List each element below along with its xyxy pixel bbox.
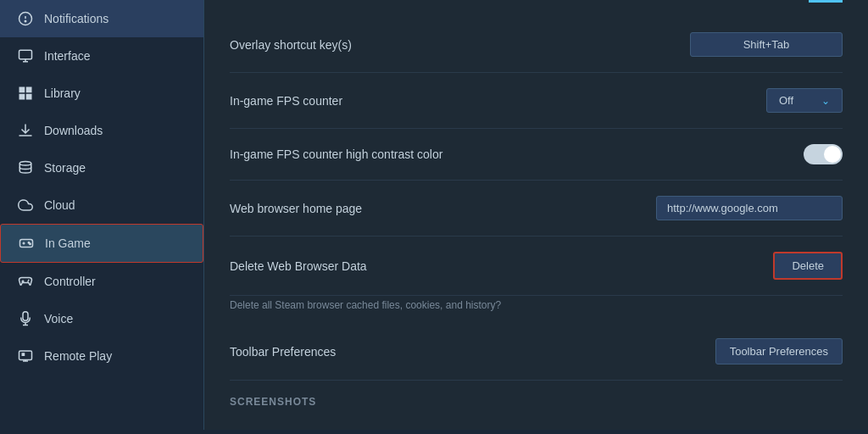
- storage-icon: [17, 159, 34, 176]
- svg-point-11: [19, 162, 31, 166]
- sidebar-label-interface: Interface: [44, 49, 90, 63]
- overlay-shortcut-control: Shift+Tab: [690, 32, 843, 57]
- fps-counter-row: In-game FPS counter Off ⌄: [230, 73, 843, 129]
- svg-rect-7: [26, 87, 32, 93]
- delete-browser-label: Delete Web Browser Data: [230, 259, 367, 273]
- sidebar-label-library: Library: [44, 86, 81, 100]
- interface-icon: [17, 47, 34, 64]
- notifications-icon: [17, 10, 34, 27]
- delete-browser-row: Delete Web Browser Data Delete: [230, 236, 843, 296]
- svg-rect-19: [19, 351, 32, 360]
- fps-contrast-control: [804, 144, 843, 164]
- sidebar-item-controller[interactable]: Controller: [0, 263, 203, 300]
- web-browser-control: [656, 196, 843, 220]
- fps-contrast-row: In-game FPS counter high contrast color: [230, 129, 843, 181]
- remote-play-icon: [17, 348, 34, 364]
- top-accent-bar: [809, 0, 843, 3]
- svg-rect-22: [22, 353, 24, 355]
- sidebar-item-remote-play[interactable]: Remote Play: [0, 337, 203, 375]
- sidebar-item-storage[interactable]: Storage: [0, 149, 203, 186]
- fps-counter-dropdown[interactable]: Off ⌄: [766, 88, 843, 113]
- fps-counter-value: Off: [779, 94, 793, 107]
- fps-counter-label: In-game FPS counter: [230, 94, 342, 108]
- main-content: Overlay shortcut key(s) Shift+Tab In-gam…: [203, 0, 868, 430]
- screenshots-header: SCREENSHOTS: [230, 381, 843, 413]
- overlay-shortcut-row: Overlay shortcut key(s) Shift+Tab: [230, 17, 843, 73]
- svg-rect-9: [26, 94, 32, 100]
- sidebar-label-voice: Voice: [44, 312, 73, 326]
- sidebar-label-cloud: Cloud: [44, 198, 75, 212]
- sidebar-label-controller: Controller: [44, 275, 96, 288]
- fps-contrast-toggle[interactable]: [804, 144, 843, 164]
- sidebar-label-remote-play: Remote Play: [44, 349, 112, 363]
- overlay-shortcut-label: Overlay shortcut key(s): [230, 38, 352, 52]
- toolbar-control: Toolbar Preferences: [715, 338, 843, 364]
- sidebar-label-storage: Storage: [44, 161, 86, 175]
- voice-icon: [17, 310, 34, 327]
- in-game-icon: [18, 235, 35, 252]
- svg-rect-3: [19, 50, 32, 59]
- svg-point-2: [25, 20, 26, 22]
- controller-icon: [17, 273, 34, 290]
- sidebar-item-downloads[interactable]: Downloads: [0, 112, 203, 149]
- overlay-shortcut-input[interactable]: Shift+Tab: [690, 32, 843, 57]
- sidebar-item-cloud[interactable]: Cloud: [0, 186, 203, 224]
- toolbar-label: Toolbar Preferences: [230, 345, 336, 359]
- delete-browser-control: Delete: [773, 252, 843, 280]
- sidebar-label-in-game: In Game: [45, 236, 91, 250]
- fps-contrast-label: In-game FPS counter high contrast color: [230, 147, 442, 161]
- sidebar-item-interface[interactable]: Interface: [0, 37, 203, 75]
- web-browser-label: Web browser home page: [230, 202, 362, 215]
- fps-counter-control: Off ⌄: [766, 88, 843, 113]
- library-icon: [17, 85, 34, 102]
- sidebar-item-voice[interactable]: Voice: [0, 300, 203, 337]
- toolbar-row: Toolbar Preferences Toolbar Preferences: [230, 323, 843, 381]
- sidebar-label-downloads: Downloads: [44, 124, 103, 137]
- toolbar-preferences-button[interactable]: Toolbar Preferences: [715, 338, 843, 364]
- web-browser-input[interactable]: [656, 196, 843, 220]
- downloads-icon: [17, 122, 34, 139]
- fps-contrast-toggle-container: [804, 144, 843, 164]
- sidebar-item-in-game[interactable]: In Game: [0, 224, 203, 263]
- svg-rect-6: [19, 87, 25, 93]
- dropdown-arrow-icon: ⌄: [821, 95, 830, 107]
- web-browser-row: Web browser home page: [230, 181, 843, 236]
- sidebar-item-notifications[interactable]: Notifications: [0, 0, 203, 37]
- sidebar-label-notifications: Notifications: [44, 12, 108, 25]
- sidebar: Notifications Interface Library: [0, 0, 203, 434]
- delete-description: Delete all Steam browser cached files, c…: [230, 296, 843, 323]
- svg-point-16: [30, 243, 31, 245]
- delete-button[interactable]: Delete: [773, 252, 843, 280]
- cloud-icon: [17, 197, 34, 214]
- sidebar-item-library[interactable]: Library: [0, 75, 203, 112]
- svg-rect-8: [19, 94, 25, 100]
